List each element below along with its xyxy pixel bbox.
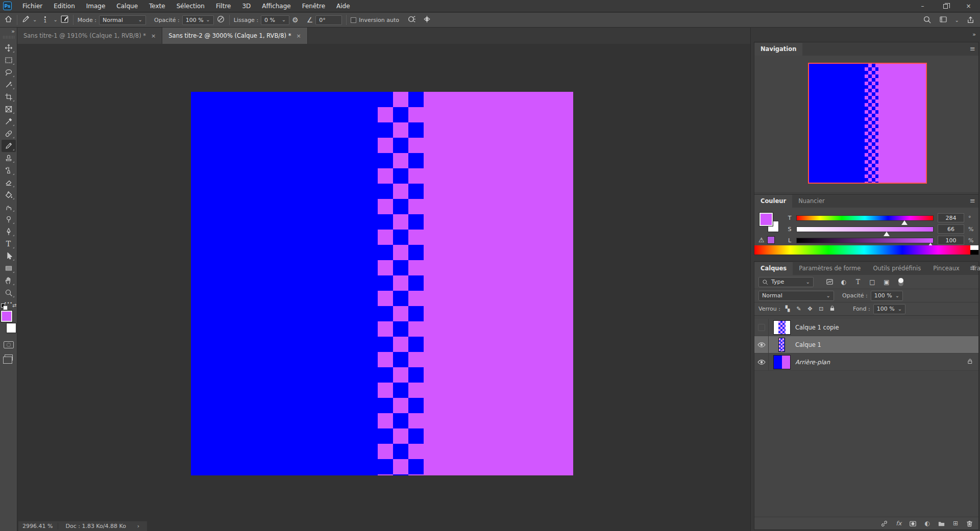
pressure-opacity-icon[interactable] bbox=[216, 15, 225, 25]
background-color-swatch[interactable] bbox=[6, 323, 16, 333]
layer-row-arriere-plan[interactable]: Arrière-plan bbox=[754, 353, 978, 371]
brush-angle-input[interactable]: 0° bbox=[315, 15, 342, 25]
filter-smart-objects-icon[interactable]: ▣ bbox=[881, 279, 892, 286]
edit-toolbar-icon[interactable]: ••• bbox=[4, 301, 13, 306]
shape-tool[interactable] bbox=[2, 262, 16, 274]
symmetry-butterfly-icon[interactable] bbox=[423, 15, 431, 25]
tab-navigation[interactable]: Navigation bbox=[754, 43, 802, 56]
foreground-color-swatch[interactable] bbox=[1, 311, 12, 322]
eyedropper-tool[interactable] bbox=[2, 115, 16, 128]
layer-thumbnail[interactable] bbox=[773, 355, 791, 369]
layer-name[interactable]: Calque 1 bbox=[795, 341, 821, 348]
filter-toggle-switch[interactable] bbox=[898, 278, 903, 286]
swap-colors-icon[interactable]: ⇄ bbox=[12, 302, 16, 308]
lock-pixels-icon[interactable]: ✎ bbox=[795, 306, 803, 312]
gamut-safe-swatch[interactable] bbox=[767, 236, 775, 244]
tab-parametres-de-forme[interactable]: Paramètres de forme bbox=[793, 262, 867, 275]
tab-couleur[interactable]: Couleur bbox=[754, 195, 792, 208]
lock-all-icon[interactable] bbox=[828, 305, 837, 313]
toggle-brush-panel-icon[interactable] bbox=[60, 15, 69, 25]
crop-tool[interactable] bbox=[2, 91, 16, 103]
auto-erase-checkbox[interactable] bbox=[351, 17, 356, 23]
layer-name[interactable]: Arrière-plan bbox=[795, 359, 830, 366]
visibility-toggle[interactable] bbox=[754, 336, 769, 353]
brightness-value[interactable]: 100 bbox=[938, 236, 964, 245]
tab-outils-predefinis[interactable]: Outils prédéfinis bbox=[867, 262, 927, 275]
dodge-tool[interactable] bbox=[2, 213, 16, 225]
menu-texte[interactable]: Texte bbox=[143, 0, 171, 12]
restore-button[interactable] bbox=[934, 0, 957, 12]
layer-row-calque-1[interactable]: Calque 1 bbox=[754, 336, 978, 353]
collapse-panels-icon[interactable]: » bbox=[972, 31, 976, 38]
layer-fill-input[interactable]: 100 %⌄ bbox=[873, 304, 905, 314]
home-icon[interactable] bbox=[4, 15, 13, 25]
frame-tool[interactable] bbox=[2, 103, 16, 115]
visibility-toggle[interactable] bbox=[754, 353, 769, 370]
quick-mask-button[interactable] bbox=[4, 341, 14, 348]
menu-fichier[interactable]: Fichier bbox=[17, 0, 48, 12]
panel-menu-icon[interactable]: ≡ bbox=[970, 197, 975, 205]
path-selection-tool[interactable] bbox=[2, 250, 16, 262]
layer-thumbnail[interactable] bbox=[778, 338, 785, 352]
brush-preset-picker[interactable]: 1 bbox=[39, 16, 51, 23]
lock-position-icon[interactable]: ✥ bbox=[806, 306, 814, 312]
close-tab-icon[interactable]: × bbox=[296, 33, 301, 39]
close-button[interactable]: × bbox=[957, 0, 980, 12]
move-tool[interactable] bbox=[2, 42, 16, 54]
layer-name[interactable]: Calque 1 copie bbox=[795, 324, 839, 331]
saturation-value[interactable]: 66 bbox=[938, 224, 964, 234]
color-spectrum-ramp[interactable] bbox=[754, 245, 978, 255]
saturation-slider-thumb[interactable] bbox=[884, 232, 890, 236]
default-colors-icon[interactable] bbox=[1, 304, 5, 308]
rectangular-marquee-tool[interactable] bbox=[2, 54, 16, 66]
foreground-color-swatch[interactable] bbox=[760, 213, 773, 226]
menu-aide[interactable]: Aide bbox=[331, 0, 356, 12]
collapse-toolbar-icon[interactable]: » bbox=[11, 28, 17, 35]
canvas-workspace[interactable]: 2996.41 % Doc : 1.83 Ko/4.88 Ko › bbox=[17, 44, 750, 531]
menu-fenetre[interactable]: Fenêtre bbox=[297, 0, 331, 12]
add-adjustment-layer-icon[interactable]: ◐ bbox=[924, 520, 929, 527]
filter-shape-layers-icon[interactable]: □ bbox=[867, 279, 878, 286]
tab-pinceaux[interactable]: Pinceaux bbox=[927, 262, 966, 275]
pen-tool[interactable] bbox=[2, 225, 16, 238]
workspace-switcher-icon[interactable] bbox=[939, 15, 948, 25]
layer-thumbnail[interactable] bbox=[773, 320, 791, 335]
gear-icon[interactable]: ⚙ bbox=[292, 16, 299, 23]
filter-type-layers-icon[interactable]: T bbox=[852, 279, 864, 286]
tab-calques[interactable]: Calques bbox=[754, 262, 793, 275]
pencil-tool[interactable] bbox=[2, 140, 16, 152]
link-layers-icon[interactable] bbox=[880, 520, 888, 527]
status-chevron-icon[interactable]: › bbox=[137, 523, 139, 529]
menu-affichage[interactable]: Affichage bbox=[256, 0, 296, 12]
healing-brush-tool[interactable] bbox=[2, 128, 16, 140]
hue-value[interactable]: 284 bbox=[938, 213, 964, 222]
hue-slider-thumb[interactable] bbox=[901, 220, 908, 225]
filter-adjustment-layers-icon[interactable]: ◐ bbox=[838, 279, 849, 286]
menu-selection[interactable]: Sélection bbox=[171, 0, 210, 12]
warning-icon[interactable]: ⚠ bbox=[758, 236, 765, 244]
saturation-slider[interactable] bbox=[796, 226, 934, 232]
doc-tab-sans-titre-1[interactable]: Sans titre-1 @ 1910% (Calque 1, RVB/8) *… bbox=[17, 28, 162, 44]
layer-row-calque-1-copie[interactable]: Calque 1 copie bbox=[754, 319, 978, 336]
minimize-button[interactable]: – bbox=[911, 0, 934, 12]
toolbar-grip[interactable] bbox=[3, 36, 14, 39]
new-group-icon[interactable] bbox=[938, 520, 945, 527]
add-layer-mask-icon[interactable] bbox=[909, 520, 917, 527]
lock-transparency-icon[interactable]: ▚ bbox=[783, 306, 792, 312]
delete-layer-icon[interactable] bbox=[966, 520, 973, 527]
status-zoom-level[interactable]: 2996.41 % bbox=[18, 523, 58, 529]
panel-menu-icon[interactable]: ≡ bbox=[970, 264, 975, 272]
chevron-down-icon[interactable]: ⌄ bbox=[955, 19, 959, 22]
hand-tool[interactable] bbox=[2, 274, 16, 287]
lasso-tool[interactable] bbox=[2, 66, 16, 79]
layer-filter-select[interactable]: Type ⌄ bbox=[758, 277, 814, 287]
type-tool[interactable]: T bbox=[2, 238, 16, 250]
object-selection-tool[interactable] bbox=[2, 79, 16, 91]
layer-effects-icon[interactable]: fx bbox=[896, 520, 901, 527]
airbrush-icon[interactable] bbox=[407, 15, 416, 25]
opacity-input[interactable]: 100 %⌄ bbox=[182, 15, 214, 25]
tab-nuancier[interactable]: Nuancier bbox=[792, 195, 831, 208]
doc-tab-sans-titre-2[interactable]: Sans titre-2 @ 3000% (Calque 1, RVB/8) *… bbox=[162, 28, 307, 44]
screen-mode-button[interactable] bbox=[5, 355, 13, 361]
menu-filtre[interactable]: Filtre bbox=[210, 0, 236, 12]
